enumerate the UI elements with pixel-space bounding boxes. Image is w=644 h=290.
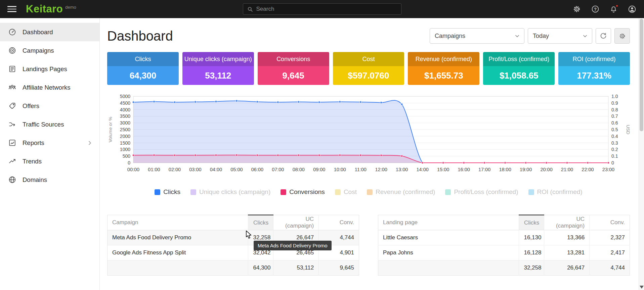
metric-card-clicks[interactable]: Clicks64,300 — [107, 52, 179, 85]
metric-card-revenue-confirmed[interactable]: Revenue (confirmed)$1,655.73 — [408, 52, 479, 85]
dashboard-settings-button[interactable] — [614, 28, 630, 44]
cell-value: 13,366 — [544, 230, 590, 245]
svg-text:17:00: 17:00 — [478, 167, 490, 172]
svg-text:15:00: 15:00 — [437, 167, 449, 172]
metric-card-unique-clicks-campaign[interactable]: Unique clicks (campaign)53,112 — [182, 52, 254, 85]
column-header-landing-page[interactable]: Landing page — [378, 215, 519, 230]
sidebar-item-offers[interactable]: Offers — [0, 97, 99, 115]
column-header-conv[interactable]: Conv. — [590, 215, 630, 230]
column-header-uc-campaign[interactable]: UC (campaign) — [544, 215, 590, 230]
sidebar-item-trends[interactable]: Trends — [0, 152, 99, 171]
metric-card-label: Cost — [333, 52, 404, 66]
column-header-campaign[interactable]: Campaign — [108, 215, 248, 230]
row-label: Meta Ads Food Delivery Promo — [108, 230, 248, 245]
row-tooltip: Meta Ads Food Delivery Promo — [254, 241, 332, 250]
main-content: Dashboard Campaigns Today — [100, 18, 639, 290]
svg-text:10:00: 10:00 — [334, 167, 346, 172]
total-value — [378, 260, 519, 276]
svg-text:1500: 1500 — [120, 140, 130, 146]
search-input[interactable] — [256, 6, 397, 12]
column-header-clicks[interactable]: Clicks — [248, 215, 273, 230]
metric-card-roi-confirmed[interactable]: ROI (confirmed)177.31% — [558, 52, 630, 85]
landing-pages-table: Landing pageClicksUC (campaign)Conv.Litt… — [378, 214, 630, 276]
sidebar-item-reports[interactable]: Reports — [0, 134, 99, 152]
svg-text:0.7: 0.7 — [611, 113, 618, 119]
refresh-button[interactable] — [596, 28, 611, 44]
svg-text:3500: 3500 — [120, 113, 130, 119]
logo[interactable]: Keitaro demo — [26, 4, 76, 14]
svg-text:0.4: 0.4 — [611, 134, 618, 139]
sidebar-item-label: Offers — [23, 102, 39, 110]
sidebar-item-label: Affiliate Networks — [23, 84, 71, 91]
notifications-bell-icon[interactable] — [609, 5, 618, 14]
sidebar-item-label: Landings Pages — [23, 65, 67, 73]
date-range-select[interactable]: Today — [528, 28, 592, 44]
menu-icon[interactable] — [7, 6, 16, 12]
metric-card-label: Unique clicks (campaign) — [182, 52, 254, 66]
metric-card-value: $1,058.65 — [483, 66, 555, 85]
cell-value: 16,130 — [519, 230, 544, 245]
column-header-conv[interactable]: Conv. — [319, 215, 359, 230]
legend-item-cost[interactable]: Cost — [335, 188, 357, 196]
sidebar-item-domains[interactable]: Domains — [0, 171, 99, 189]
svg-text:1.0: 1.0 — [611, 94, 618, 99]
settings-gear-icon[interactable] — [572, 5, 581, 14]
help-icon[interactable]: ? — [591, 5, 600, 14]
metric-card-profit-loss-confirmed[interactable]: Profit/Loss (confirmed)$1,058.65 — [483, 52, 555, 85]
campaigns-filter-select[interactable]: Campaigns — [430, 28, 524, 44]
row-label: Papa Johns — [378, 245, 519, 260]
scrollbar-thumb[interactable] — [640, 19, 643, 131]
legend-item-clicks[interactable]: Clicks — [155, 188, 180, 196]
svg-text:18:00: 18:00 — [499, 167, 511, 172]
metric-cards-row: Clicks64,300Unique clicks (campaign)53,1… — [107, 52, 630, 85]
svg-text:0.9: 0.9 — [611, 100, 618, 106]
legend-item-unique-clicks-campaign[interactable]: Unique clicks (campaign) — [190, 188, 270, 196]
legend-label: Clicks — [163, 188, 180, 196]
legend-item-profit-loss-confirmed[interactable]: Profit/Loss (confirmed) — [445, 188, 518, 196]
legend-swatch — [528, 189, 534, 195]
svg-text:20:00: 20:00 — [540, 167, 552, 172]
metric-card-value: 64,300 — [107, 66, 179, 85]
svg-text:0.2: 0.2 — [611, 147, 618, 152]
legend-item-revenue-confirmed[interactable]: Revenue (confirmed) — [367, 188, 435, 196]
sidebar-item-traffic-sources[interactable]: Traffic Sources — [0, 115, 99, 134]
metric-card-value: 177.31% — [558, 66, 630, 85]
totals-row: 64,30053,1129,645 — [108, 260, 359, 276]
legend-item-conversions[interactable]: Conversions — [281, 188, 325, 196]
table-row[interactable]: Little Caesars16,13013,3662,327 — [378, 230, 630, 245]
scrollbar-down-arrow-icon[interactable] — [640, 286, 644, 289]
metric-card-conversions[interactable]: Conversions9,645 — [258, 52, 329, 85]
svg-text:01:00: 01:00 — [148, 167, 160, 172]
svg-text:0.8: 0.8 — [611, 107, 618, 112]
account-icon[interactable] — [628, 5, 637, 14]
legend-item-roi-confirmed[interactable]: ROI (confirmed) — [528, 188, 583, 196]
sidebar-item-campaigns[interactable]: Campaigns — [0, 41, 99, 60]
page-scrollbar[interactable] — [639, 18, 644, 290]
pages-icon — [8, 65, 16, 73]
dashboard-line-chart[interactable]: 005000.110000.215000.320000.425000.53000… — [107, 94, 630, 178]
cell-value: 16,128 — [519, 245, 544, 260]
metric-card-value: $1,655.73 — [408, 66, 479, 85]
merge-icon — [8, 120, 16, 129]
row-label: Google Ads Fitness App Split — [108, 245, 248, 260]
svg-text:0: 0 — [611, 160, 614, 165]
metric-card-value: $597.0760 — [333, 66, 404, 85]
search-box[interactable] — [243, 3, 401, 15]
sidebar-item-dashboard[interactable]: Dashboard — [0, 23, 99, 41]
chart-area: 005000.110000.215000.320000.425000.53000… — [107, 94, 630, 180]
svg-text:06:00: 06:00 — [251, 167, 263, 172]
sidebar-item-landings-pages[interactable]: Landings Pages — [0, 60, 99, 78]
column-header-uc-campaign[interactable]: UC (campaign) — [273, 215, 319, 230]
chart-legend: ClicksUnique clicks (campaign)Conversion… — [107, 188, 630, 196]
metric-card-label: Clicks — [107, 52, 179, 66]
metric-card-cost[interactable]: Cost$597.0760 — [333, 52, 404, 85]
gear-icon — [619, 33, 626, 40]
tag-icon — [8, 102, 16, 110]
total-value: 53,112 — [273, 260, 319, 276]
column-header-clicks[interactable]: Clicks — [519, 215, 544, 230]
sidebar-item-affiliate-networks[interactable]: Affiliate Networks — [0, 78, 99, 97]
svg-text:4500: 4500 — [120, 100, 130, 106]
refresh-icon — [600, 32, 607, 40]
table-row[interactable]: Papa Johns16,12813,2812,417 — [378, 245, 630, 260]
svg-text:21:00: 21:00 — [561, 167, 573, 172]
